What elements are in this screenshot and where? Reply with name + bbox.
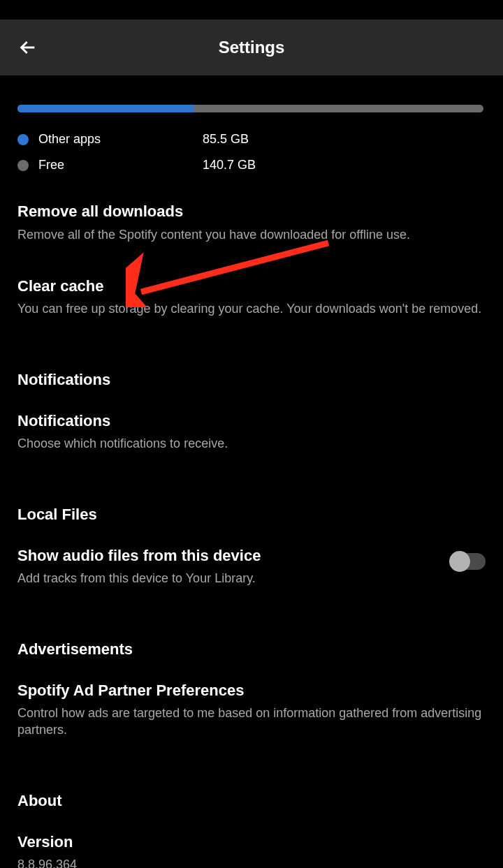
legend-dot-icon xyxy=(17,134,29,145)
legend-label: Free xyxy=(38,158,203,172)
item-title: Remove all downloads xyxy=(17,202,486,222)
storage-bar-fill xyxy=(17,105,194,112)
remove-downloads-item[interactable]: Remove all downloads Remove all of the S… xyxy=(17,202,486,243)
section-header-advertisements: Advertisements xyxy=(17,640,486,659)
clear-cache-item[interactable]: Clear cache You can free up storage by c… xyxy=(17,277,486,318)
version-item: Version 8.8.96.364 xyxy=(17,832,486,868)
item-desc: You can free up storage by clearing your… xyxy=(17,300,486,317)
back-arrow-icon xyxy=(17,36,39,59)
legend-dot-icon xyxy=(17,160,29,171)
toggle-knob-icon xyxy=(449,551,470,572)
section-header-local-files: Local Files xyxy=(17,506,486,524)
status-bar xyxy=(0,0,503,20)
legend-row-free: Free 140.7 GB xyxy=(17,158,486,172)
header-bar: Settings xyxy=(0,20,503,75)
section-header-about: About xyxy=(17,792,486,810)
item-title: Show audio files from this device xyxy=(17,546,437,566)
page-title: Settings xyxy=(0,38,503,57)
item-title: Spotify Ad Partner Preferences xyxy=(17,681,486,701)
item-title: Version xyxy=(17,832,486,853)
item-title: Clear cache xyxy=(17,277,486,297)
notifications-item[interactable]: Notifications Choose which notifications… xyxy=(17,411,486,453)
storage-bar xyxy=(17,105,483,112)
item-desc: 8.8.96.364 xyxy=(17,856,486,868)
item-desc: Choose which notifications to receive. xyxy=(17,435,486,452)
item-desc: Add tracks from this device to Your Libr… xyxy=(17,570,437,587)
storage-legend: Other apps 85.5 GB Free 140.7 GB xyxy=(17,132,486,172)
legend-value: 85.5 GB xyxy=(203,132,249,147)
show-audio-toggle[interactable] xyxy=(451,553,486,570)
item-title: Notifications xyxy=(17,411,486,432)
item-desc: Control how ads are targeted to me based… xyxy=(17,705,486,739)
legend-value: 140.7 GB xyxy=(203,158,256,172)
legend-label: Other apps xyxy=(38,132,203,147)
item-desc: Remove all of the Spotify content you ha… xyxy=(17,226,486,243)
back-button[interactable] xyxy=(15,35,41,60)
ad-preferences-item[interactable]: Spotify Ad Partner Preferences Control h… xyxy=(17,681,486,739)
section-header-notifications: Notifications xyxy=(17,371,486,389)
show-audio-files-item[interactable]: Show audio files from this device Add tr… xyxy=(17,546,486,587)
legend-row-other-apps: Other apps 85.5 GB xyxy=(17,132,486,147)
